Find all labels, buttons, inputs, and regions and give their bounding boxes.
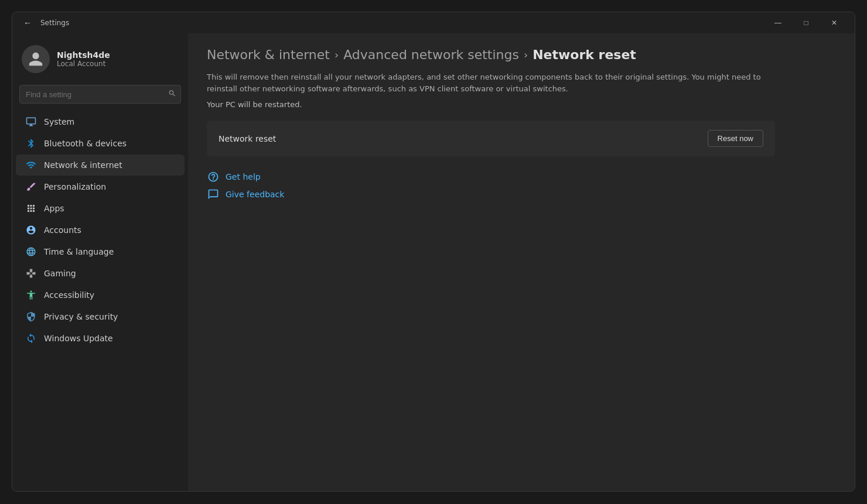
sidebar-item-accounts[interactable]: Accounts	[16, 220, 185, 241]
sidebar-item-network[interactable]: Network & internet	[16, 155, 185, 176]
back-button[interactable]: ←	[19, 15, 36, 31]
breadcrumb-sep-2: ›	[524, 49, 528, 61]
sidebar-item-bluetooth-label: Bluetooth & devices	[44, 139, 127, 148]
sidebar-item-gaming-label: Gaming	[44, 269, 76, 278]
minimize-button[interactable]: —	[764, 13, 791, 32]
maximize-button[interactable]: □	[793, 13, 820, 32]
accessibility-icon	[25, 289, 37, 301]
user-info: Nightsh4de Local Account	[57, 50, 110, 68]
help-links: Get help Give feedback	[207, 170, 836, 201]
sidebar-item-accounts-label: Accounts	[44, 225, 81, 235]
sidebar-item-apps[interactable]: Apps	[16, 198, 185, 219]
shield-icon	[25, 311, 37, 323]
breadcrumb: Network & internet › Advanced network se…	[207, 47, 836, 62]
title-bar: ← Settings — □ ✕	[12, 12, 855, 33]
person-circle-icon	[25, 224, 37, 236]
description-text: This will remove then reinstall all your…	[207, 71, 763, 94]
sidebar-item-system-label: System	[44, 117, 74, 126]
title-bar-left: ← Settings	[19, 15, 69, 31]
update-icon	[25, 332, 37, 344]
close-button[interactable]: ✕	[821, 13, 848, 32]
window-title: Settings	[40, 19, 69, 27]
sidebar-item-time-label: Time & language	[44, 247, 114, 256]
breadcrumb-advanced-network[interactable]: Advanced network settings	[343, 47, 519, 62]
sidebar: Nightsh4de Local Account	[12, 33, 188, 491]
main-content: Network & internet › Advanced network se…	[188, 33, 855, 491]
get-help-icon	[207, 170, 220, 183]
user-name: Nightsh4de	[57, 50, 110, 60]
wifi-icon	[25, 159, 37, 171]
breadcrumb-network-internet[interactable]: Network & internet	[207, 47, 330, 62]
settings-window: ← Settings — □ ✕ Nightsh4de Local Accoun…	[12, 12, 855, 492]
breadcrumb-network-reset: Network reset	[533, 47, 636, 62]
controller-icon	[25, 268, 37, 279]
brush-icon	[25, 181, 37, 193]
sidebar-item-accessibility[interactable]: Accessibility	[16, 284, 185, 306]
sidebar-item-windows-update-label: Windows Update	[44, 334, 113, 343]
grid-icon	[25, 203, 37, 214]
sidebar-item-time[interactable]: Time & language	[16, 241, 185, 262]
sidebar-item-personalization-label: Personalization	[44, 182, 106, 191]
reset-card-label: Network reset	[219, 134, 276, 143]
person-icon	[28, 51, 44, 67]
search-input[interactable]	[19, 85, 181, 104]
give-feedback-icon	[207, 188, 220, 201]
search-icon	[168, 90, 176, 98]
get-help-link[interactable]: Get help	[207, 170, 836, 183]
sidebar-item-accessibility-label: Accessibility	[44, 290, 94, 300]
sidebar-nav: System Bluetooth & devices	[12, 111, 188, 349]
sidebar-item-windows-update[interactable]: Windows Update	[16, 328, 185, 349]
restart-notice: Your PC will be restarted.	[207, 100, 836, 109]
sidebar-item-gaming[interactable]: Gaming	[16, 263, 185, 284]
reset-now-button[interactable]: Reset now	[708, 130, 763, 147]
content-area: Nightsh4de Local Account	[12, 33, 855, 491]
give-feedback-label: Give feedback	[226, 190, 284, 199]
sidebar-item-privacy-label: Privacy & security	[44, 312, 118, 321]
window-controls: — □ ✕	[764, 13, 848, 32]
monitor-icon	[25, 116, 37, 128]
sidebar-item-apps-label: Apps	[44, 204, 64, 213]
breadcrumb-sep-1: ›	[334, 49, 339, 61]
avatar	[22, 45, 50, 73]
sidebar-item-bluetooth[interactable]: Bluetooth & devices	[16, 133, 185, 154]
search-box	[19, 85, 181, 104]
sidebar-item-system[interactable]: System	[16, 111, 185, 132]
sidebar-item-personalization[interactable]: Personalization	[16, 176, 185, 197]
globe-icon	[25, 246, 37, 258]
sidebar-item-privacy[interactable]: Privacy & security	[16, 306, 185, 327]
give-feedback-link[interactable]: Give feedback	[207, 188, 836, 201]
user-section: Nightsh4de Local Account	[12, 38, 188, 83]
sidebar-item-network-label: Network & internet	[44, 160, 122, 170]
user-account-type: Local Account	[57, 60, 110, 68]
get-help-label: Get help	[226, 172, 261, 181]
bluetooth-icon	[25, 138, 37, 149]
search-icon-button[interactable]	[168, 90, 176, 100]
reset-card: Network reset Reset now	[207, 121, 775, 156]
